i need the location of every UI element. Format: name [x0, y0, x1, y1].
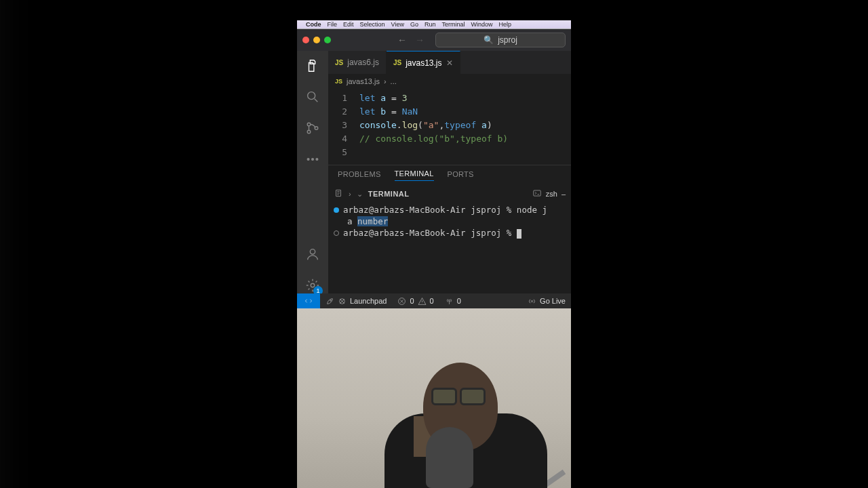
command-center-search[interactable]: 🔍 jsproj — [435, 33, 566, 47]
warning-icon — [418, 297, 427, 306]
error-count: 0 — [410, 297, 414, 305]
minimize-window-icon[interactable] — [313, 37, 320, 43]
tab-label: javas13.js — [406, 58, 441, 68]
mac-menu-go[interactable]: Go — [410, 21, 418, 28]
editor-tabs: JS javas6.js JS javas13.js ✕ — [328, 51, 571, 74]
remote-indicator[interactable] — [297, 293, 320, 308]
svg-point-14 — [448, 300, 450, 301]
breadcrumb-file: javas13.js — [347, 77, 380, 85]
svg-point-15 — [531, 300, 532, 302]
breadcrumb-sep: › — [384, 77, 387, 85]
nav-forward-icon[interactable]: → — [415, 35, 425, 45]
svg-point-5 — [312, 159, 314, 161]
shell-icon[interactable] — [532, 188, 542, 199]
svg-point-8 — [311, 283, 315, 287]
breadcrumb[interactable]: JS javas13.js › ... — [328, 74, 571, 89]
debug-icon — [338, 297, 347, 306]
status-golive[interactable]: Go Live — [522, 297, 571, 306]
mac-menu-run[interactable]: Run — [425, 21, 436, 28]
svg-point-1 — [307, 123, 311, 126]
mac-menu-view[interactable]: View — [391, 21, 404, 28]
warning-count: 0 — [430, 297, 434, 305]
search-text: jsproj — [498, 35, 517, 45]
svg-point-0 — [308, 92, 315, 100]
svg-rect-10 — [534, 190, 541, 196]
antenna-icon — [445, 297, 454, 306]
search-icon: 🔍 — [484, 35, 494, 45]
mac-menu-window[interactable]: Window — [471, 21, 492, 28]
mac-menu-file[interactable]: File — [328, 21, 338, 28]
svg-point-2 — [307, 130, 311, 134]
mac-menu-terminal[interactable]: Terminal — [441, 21, 465, 28]
status-launchpad[interactable]: Launchpad — [320, 297, 392, 306]
settings-gear-icon[interactable]: 1 — [304, 277, 321, 293]
broadcast-icon — [528, 297, 536, 306]
video-black-bar — [297, 0, 571, 20]
terminal-header: › ⌄ TERMINAL zsh – — [328, 185, 571, 203]
mac-menu-selection[interactable]: Selection — [360, 21, 385, 28]
close-tab-icon[interactable]: ✕ — [446, 58, 453, 68]
mac-menu-edit[interactable]: Edit — [343, 21, 354, 28]
shell-name[interactable]: zsh — [546, 190, 557, 198]
ports-count: 0 — [457, 297, 461, 305]
tab-label: javas6.js — [347, 58, 379, 67]
terminal-body[interactable]: arbaz@arbazs-MacBook-Air jsproj % node j… — [328, 203, 571, 293]
status-ports[interactable]: 0 — [439, 297, 467, 306]
launchpad-label: Launchpad — [350, 297, 387, 305]
search-sidebar-icon[interactable] — [304, 89, 321, 105]
tab-javas6[interactable]: JS javas6.js — [328, 51, 387, 74]
terminal-title: TERMINAL — [368, 190, 410, 198]
svg-point-6 — [316, 159, 318, 161]
js-file-icon: JS — [335, 78, 342, 85]
more-icon[interactable] — [304, 151, 321, 167]
code-editor[interactable]: 1let a = 32let b = NaN3console.log("a",t… — [328, 89, 571, 165]
panel-tabs: PROBLEMS TERMINAL PORTS — [328, 165, 571, 185]
tab-problems[interactable]: PROBLEMS — [338, 170, 381, 181]
js-file-icon: JS — [393, 59, 401, 66]
nav-back-icon[interactable]: ← — [397, 35, 407, 45]
tab-ports[interactable]: PORTS — [448, 170, 474, 181]
svg-point-7 — [310, 249, 315, 254]
status-problems[interactable]: 0 0 — [392, 297, 439, 306]
rocket-icon — [326, 297, 334, 306]
error-icon — [397, 297, 406, 306]
mac-menubar[interactable]: Code File Edit Selection View Go Run Ter… — [297, 20, 571, 29]
chevron-right-icon[interactable]: › — [349, 190, 351, 198]
golive-label: Go Live — [540, 297, 566, 305]
window-traffic-lights — [302, 37, 331, 43]
tab-javas13[interactable]: JS javas13.js ✕ — [387, 51, 460, 74]
explorer-icon[interactable] — [304, 58, 321, 74]
svg-point-11 — [330, 300, 332, 301]
settings-badge: 1 — [313, 286, 323, 293]
zoom-window-icon[interactable] — [324, 37, 331, 43]
source-control-icon[interactable] — [304, 120, 321, 136]
chevron-down-icon[interactable]: ⌄ — [357, 190, 363, 199]
svg-point-4 — [307, 159, 309, 161]
notebook-icon[interactable] — [334, 188, 343, 199]
titlebar: ← → 🔍 jsproj — [297, 29, 571, 51]
terminal-dash: – — [561, 190, 566, 198]
mac-menu-help[interactable]: Help — [498, 21, 511, 28]
breadcrumb-rest: ... — [391, 77, 397, 85]
close-window-icon[interactable] — [302, 37, 309, 43]
js-file-icon: JS — [335, 59, 343, 66]
tab-terminal[interactable]: TERMINAL — [395, 169, 434, 181]
mac-menu-app[interactable]: Code — [306, 21, 321, 28]
webcam-feed — [297, 308, 571, 488]
account-icon[interactable] — [304, 246, 321, 262]
status-bar: Launchpad 0 0 0 Go Live — [297, 293, 571, 308]
activity-bar: 1 — [297, 51, 328, 293]
